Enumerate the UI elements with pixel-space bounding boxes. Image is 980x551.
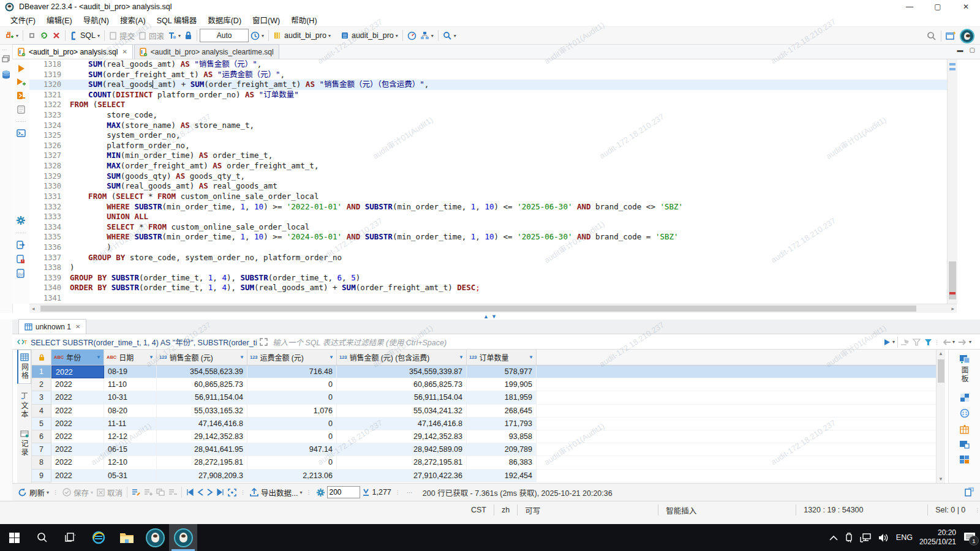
column-dropdown-icon[interactable]: ▼ (459, 354, 464, 360)
table-cell[interactable]: 12-10 (104, 456, 157, 469)
column-header-1[interactable]: ABC日期▼ (104, 350, 157, 365)
code-line-1320[interactable]: 1320 SUM(real_goods_amt) + SUM(order_fre… (29, 80, 947, 90)
code-line-1321[interactable]: 1321 COUNT(DISTINCT platform_order_no) A… (29, 90, 947, 100)
table-cell[interactable]: 29,142,352.83 (337, 430, 467, 443)
code-line-1341[interactable]: 1341 (29, 293, 947, 304)
table-cell[interactable]: 27,908,209.3 (157, 470, 247, 482)
dbeaver-perspective-avatar[interactable] (958, 29, 976, 43)
internet-explorer-icon[interactable] (85, 524, 113, 551)
restore-panel-icon[interactable] (2, 55, 12, 62)
column-header-3[interactable]: 123运费金额 (元)▼ (247, 350, 337, 365)
code-line-1325[interactable]: 1325 system_order_no, (29, 130, 947, 141)
row-number[interactable]: 2 (32, 378, 51, 391)
results-grid[interactable]: ABC年份▼ABC日期▼123销售金额 (元)▼123运费金额 (元)▼123销… (32, 350, 936, 483)
disconnect-button[interactable] (50, 28, 62, 43)
refresh-button[interactable]: 刷新▾ (16, 485, 51, 500)
previous-row-icon[interactable] (195, 485, 205, 500)
tab-text[interactable]: 文本 (17, 389, 31, 422)
table-cell[interactable]: 11-10 (104, 378, 157, 391)
filter-forward-icon[interactable] (959, 339, 967, 345)
code-line-1333[interactable]: 1333 UNION ALL (29, 212, 947, 222)
task-view-icon[interactable] (56, 524, 85, 551)
row-number[interactable]: 4 (32, 405, 51, 418)
filter-back-dropdown-icon[interactable]: ▾ (952, 339, 955, 345)
code-line-1336[interactable]: 1336 ) (29, 242, 947, 253)
editor-results-sash[interactable]: ▲▼ (0, 313, 980, 320)
table-row-2[interactable]: 2202211-1060,865,825.73060,865,825.73199… (32, 378, 936, 391)
transaction-log-button[interactable]: ▾ (249, 28, 266, 43)
results-vertical-scrollbar[interactable]: ▲ ▼ (936, 350, 945, 483)
record-mode-icon[interactable] (960, 408, 970, 418)
transaction-mode-button[interactable]: ▾ (166, 28, 183, 43)
apply-filter-play-icon[interactable] (884, 339, 891, 346)
menu-item-1[interactable]: 编辑(E) (41, 14, 78, 26)
row-number[interactable]: 8 (32, 456, 51, 469)
row-number[interactable]: 1 (32, 365, 51, 378)
row-number[interactable]: 9 (32, 470, 51, 482)
table-row-7[interactable]: 7202206-1528,941,641.95947.1428,942,589.… (32, 443, 936, 456)
table-cell[interactable]: 08-19 (104, 365, 157, 378)
table-cell[interactable]: 10-31 (104, 391, 157, 404)
execution-plan-button[interactable]: ▾ (418, 28, 435, 43)
file-explorer-icon[interactable] (113, 524, 141, 551)
network-icon[interactable] (860, 533, 872, 542)
column-dropdown-icon[interactable]: ▼ (96, 354, 101, 360)
menu-item-0[interactable]: 文件(F) (5, 14, 41, 26)
cancel-button[interactable]: 取消 (95, 485, 124, 500)
table-cell[interactable]: 55,034,241.32 (337, 405, 467, 418)
connect-button[interactable] (26, 28, 38, 43)
row-number[interactable]: 7 (32, 443, 51, 456)
table-cell[interactable]: 716.48 (247, 365, 337, 378)
table-row-1[interactable]: 1202208-19354,558,623.39716.48354,559,33… (32, 365, 936, 378)
table-cell[interactable]: 171,793 (467, 418, 537, 430)
fetch-all-icon[interactable]: 1,277 (360, 485, 393, 500)
table-cell[interactable]: 27,910,422.36 (337, 470, 467, 482)
table-cell[interactable]: 0 (247, 456, 337, 469)
settings-gear-icon[interactable] (16, 216, 26, 225)
table-row-3[interactable]: 3202210-3156,911,154.04056,911,154.04181… (32, 391, 936, 404)
table-cell[interactable]: 2022 (51, 456, 104, 469)
execute-script-icon[interactable] (17, 91, 25, 100)
custom-filter-icon[interactable] (924, 339, 932, 346)
table-cell[interactable]: 28,942,589.09 (337, 443, 467, 456)
tab-record[interactable]: 记录 (17, 427, 31, 460)
notification-icon[interactable]: 1 (963, 531, 976, 544)
code-line-1324[interactable]: 1324 MAX(store_name) AS store_name_t, (29, 121, 947, 131)
close-button[interactable]: ✕ (952, 0, 980, 13)
table-cell[interactable]: 2022 (51, 418, 104, 430)
metadata-panel-icon[interactable] (960, 424, 970, 434)
table-cell[interactable]: 12-12 (104, 430, 157, 443)
results-tab-close-icon[interactable]: ✕ (75, 323, 80, 330)
save-to-file-icon[interactable] (17, 255, 25, 264)
dbeaver-window-icon[interactable] (141, 524, 169, 551)
code-line-1338[interactable]: 1338) (29, 263, 947, 273)
save-button[interactable]: 保存▾ (61, 485, 95, 500)
maximize-view-icon[interactable]: ▢ (970, 47, 975, 53)
grid-corner-lock-icon[interactable] (32, 350, 51, 365)
table-cell[interactable]: 08-20 (104, 405, 157, 418)
column-header-2[interactable]: 123销售金额 (元)▼ (157, 350, 247, 365)
table-cell[interactable]: 29,142,352.83 (157, 430, 247, 443)
menu-item-3[interactable]: 搜索(A) (115, 14, 151, 26)
expand-filter-icon[interactable] (260, 338, 268, 346)
commit-button[interactable]: 提交 (107, 28, 137, 43)
focus-row-icon[interactable] (226, 485, 238, 500)
column-dropdown-icon[interactable]: ▼ (149, 354, 154, 360)
table-cell[interactable]: 60,865,825.73 (157, 378, 247, 391)
start-button[interactable] (0, 524, 28, 551)
sql-editor[interactable]: 1318 SUM(real_goods_amt) AS "销售金额（元）",13… (29, 59, 947, 304)
rollback-button[interactable]: 回滚 (137, 28, 166, 43)
commit-mode-combo[interactable]: Auto (200, 29, 249, 42)
next-row-icon[interactable] (205, 485, 215, 500)
table-cell[interactable]: 2022 (51, 470, 104, 482)
input-language[interactable]: ENG (896, 533, 913, 542)
table-cell[interactable]: 354,559,339.87 (337, 365, 467, 378)
table-cell[interactable]: 192,454 (467, 470, 537, 482)
table-cell[interactable]: 2,213.06 (247, 470, 337, 482)
table-cell[interactable]: 55,033,165.32 (157, 405, 247, 418)
connection-selector[interactable]: audit_bi_pro▾ (271, 28, 333, 43)
table-cell[interactable]: 28,272,195.81 (157, 456, 247, 469)
value-viewer-icon[interactable] (960, 393, 970, 402)
results-tab[interactable]: unknown 1 ✕ (18, 319, 86, 334)
row-number[interactable]: 5 (32, 418, 51, 430)
